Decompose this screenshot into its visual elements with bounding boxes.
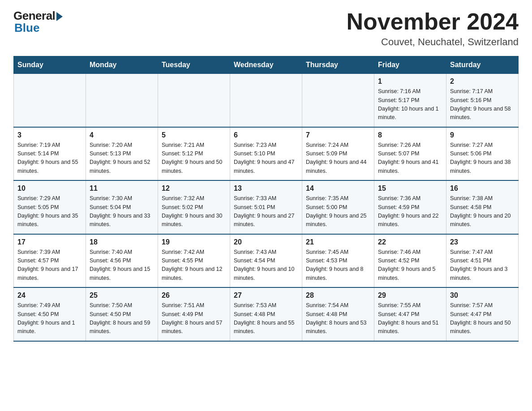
calendar-cell: 30Sunrise: 7:57 AMSunset: 4:47 PMDayligh… (446, 287, 519, 341)
logo-blue-text: Blue (14, 21, 39, 35)
calendar-cell: 12Sunrise: 7:32 AMSunset: 5:02 PMDayligh… (158, 180, 230, 234)
day-number: 28 (306, 291, 370, 300)
day-info: Sunrise: 7:50 AMSunset: 4:50 PMDaylight:… (90, 301, 154, 336)
title-block: November 2024 Couvet, Neuchatel, Switzer… (347, 9, 519, 48)
day-number: 9 (450, 131, 515, 139)
day-info: Sunrise: 7:45 AMSunset: 4:53 PMDaylight:… (306, 248, 370, 283)
calendar-cell: 13Sunrise: 7:33 AMSunset: 5:01 PMDayligh… (230, 180, 302, 234)
calendar-week-row: 17Sunrise: 7:39 AMSunset: 4:57 PMDayligh… (14, 234, 519, 288)
calendar-cell: 8Sunrise: 7:26 AMSunset: 5:07 PMDaylight… (374, 127, 446, 181)
day-info: Sunrise: 7:57 AMSunset: 4:47 PMDaylight:… (450, 301, 515, 336)
calendar-week-row: 1Sunrise: 7:16 AMSunset: 5:17 PMDaylight… (14, 74, 519, 127)
day-header-thursday: Thursday (302, 56, 374, 74)
calendar-cell: 10Sunrise: 7:29 AMSunset: 5:05 PMDayligh… (14, 180, 86, 234)
day-number: 5 (162, 131, 226, 139)
day-number: 17 (17, 238, 82, 246)
day-info: Sunrise: 7:24 AMSunset: 5:09 PMDaylight:… (306, 141, 370, 176)
calendar-cell: 26Sunrise: 7:51 AMSunset: 4:49 PMDayligh… (158, 287, 230, 341)
day-info: Sunrise: 7:55 AMSunset: 4:47 PMDaylight:… (378, 301, 442, 336)
calendar-cell: 24Sunrise: 7:49 AMSunset: 4:50 PMDayligh… (14, 287, 86, 341)
day-info: Sunrise: 7:39 AMSunset: 4:57 PMDaylight:… (17, 248, 82, 283)
day-number: 2 (450, 77, 515, 86)
calendar-cell: 25Sunrise: 7:50 AMSunset: 4:50 PMDayligh… (86, 287, 158, 341)
day-number: 15 (378, 184, 442, 193)
day-number: 8 (378, 131, 442, 139)
calendar-cell: 15Sunrise: 7:36 AMSunset: 4:59 PMDayligh… (374, 180, 446, 234)
day-info: Sunrise: 7:42 AMSunset: 4:55 PMDaylight:… (162, 248, 226, 283)
day-number: 25 (90, 291, 154, 300)
day-number: 6 (234, 131, 298, 139)
calendar-cell: 6Sunrise: 7:23 AMSunset: 5:10 PMDaylight… (230, 127, 302, 181)
day-number: 21 (306, 238, 370, 246)
calendar-cell (230, 74, 302, 127)
day-number: 20 (234, 238, 298, 246)
logo: General Blue (13, 9, 63, 35)
day-info: Sunrise: 7:43 AMSunset: 4:54 PMDaylight:… (234, 248, 298, 283)
day-info: Sunrise: 7:54 AMSunset: 4:48 PMDaylight:… (306, 301, 370, 336)
day-info: Sunrise: 7:51 AMSunset: 4:49 PMDaylight:… (162, 301, 226, 336)
day-info: Sunrise: 7:27 AMSunset: 5:06 PMDaylight:… (450, 141, 515, 176)
calendar-cell: 5Sunrise: 7:21 AMSunset: 5:12 PMDaylight… (158, 127, 230, 181)
calendar-week-row: 24Sunrise: 7:49 AMSunset: 4:50 PMDayligh… (14, 287, 519, 341)
day-info: Sunrise: 7:21 AMSunset: 5:12 PMDaylight:… (162, 141, 226, 176)
day-number: 11 (90, 184, 154, 193)
day-number: 22 (378, 238, 442, 246)
day-info: Sunrise: 7:49 AMSunset: 4:50 PMDaylight:… (17, 301, 82, 336)
calendar-cell: 14Sunrise: 7:35 AMSunset: 5:00 PMDayligh… (302, 180, 374, 234)
day-info: Sunrise: 7:23 AMSunset: 5:10 PMDaylight:… (234, 141, 298, 176)
day-number: 12 (162, 184, 226, 193)
day-number: 24 (17, 291, 82, 300)
day-header-sunday: Sunday (14, 56, 86, 74)
calendar-table: SundayMondayTuesdayWednesdayThursdayFrid… (13, 56, 519, 342)
day-number: 23 (450, 238, 515, 246)
day-number: 4 (90, 131, 154, 139)
day-number: 14 (306, 184, 370, 193)
day-header-wednesday: Wednesday (230, 56, 302, 74)
calendar-cell: 18Sunrise: 7:40 AMSunset: 4:56 PMDayligh… (86, 234, 158, 288)
calendar-cell (86, 74, 158, 127)
day-number: 16 (450, 184, 515, 193)
calendar-cell: 2Sunrise: 7:17 AMSunset: 5:16 PMDaylight… (446, 74, 519, 127)
calendar-week-row: 10Sunrise: 7:29 AMSunset: 5:05 PMDayligh… (14, 180, 519, 234)
day-info: Sunrise: 7:17 AMSunset: 5:16 PMDaylight:… (450, 87, 515, 122)
day-number: 7 (306, 131, 370, 139)
day-header-saturday: Saturday (446, 56, 519, 74)
day-info: Sunrise: 7:40 AMSunset: 4:56 PMDaylight:… (90, 248, 154, 283)
day-info: Sunrise: 7:33 AMSunset: 5:01 PMDaylight:… (234, 194, 298, 229)
calendar-cell: 9Sunrise: 7:27 AMSunset: 5:06 PMDaylight… (446, 127, 519, 181)
location-subtitle: Couvet, Neuchatel, Switzerland (347, 36, 519, 48)
calendar-cell: 1Sunrise: 7:16 AMSunset: 5:17 PMDaylight… (374, 74, 446, 127)
calendar-cell: 4Sunrise: 7:20 AMSunset: 5:13 PMDaylight… (86, 127, 158, 181)
day-info: Sunrise: 7:36 AMSunset: 4:59 PMDaylight:… (378, 194, 442, 229)
day-info: Sunrise: 7:30 AMSunset: 5:04 PMDaylight:… (90, 194, 154, 229)
day-info: Sunrise: 7:16 AMSunset: 5:17 PMDaylight:… (378, 87, 442, 122)
day-info: Sunrise: 7:47 AMSunset: 4:51 PMDaylight:… (450, 248, 515, 283)
day-number: 27 (234, 291, 298, 300)
day-number: 18 (90, 238, 154, 246)
calendar-cell: 22Sunrise: 7:46 AMSunset: 4:52 PMDayligh… (374, 234, 446, 288)
calendar-week-row: 3Sunrise: 7:19 AMSunset: 5:14 PMDaylight… (14, 127, 519, 181)
day-number: 26 (162, 291, 226, 300)
logo-arrow-icon (56, 12, 63, 21)
calendar-cell: 29Sunrise: 7:55 AMSunset: 4:47 PMDayligh… (374, 287, 446, 341)
day-info: Sunrise: 7:20 AMSunset: 5:13 PMDaylight:… (90, 141, 154, 176)
calendar-header-row: SundayMondayTuesdayWednesdayThursdayFrid… (14, 56, 519, 74)
calendar-cell: 7Sunrise: 7:24 AMSunset: 5:09 PMDaylight… (302, 127, 374, 181)
day-info: Sunrise: 7:26 AMSunset: 5:07 PMDaylight:… (378, 141, 442, 176)
day-info: Sunrise: 7:53 AMSunset: 4:48 PMDaylight:… (234, 301, 298, 336)
day-number: 1 (378, 77, 442, 86)
day-number: 13 (234, 184, 298, 193)
day-info: Sunrise: 7:46 AMSunset: 4:52 PMDaylight:… (378, 248, 442, 283)
day-info: Sunrise: 7:38 AMSunset: 4:58 PMDaylight:… (450, 194, 515, 229)
calendar-body: 1Sunrise: 7:16 AMSunset: 5:17 PMDaylight… (14, 74, 519, 341)
calendar-cell (302, 74, 374, 127)
calendar-cell: 20Sunrise: 7:43 AMSunset: 4:54 PMDayligh… (230, 234, 302, 288)
day-info: Sunrise: 7:35 AMSunset: 5:00 PMDaylight:… (306, 194, 370, 229)
calendar-cell: 3Sunrise: 7:19 AMSunset: 5:14 PMDaylight… (14, 127, 86, 181)
day-number: 10 (17, 184, 82, 193)
calendar-cell: 21Sunrise: 7:45 AMSunset: 4:53 PMDayligh… (302, 234, 374, 288)
day-number: 30 (450, 291, 515, 300)
day-number: 29 (378, 291, 442, 300)
calendar-cell: 11Sunrise: 7:30 AMSunset: 5:04 PMDayligh… (86, 180, 158, 234)
day-number: 3 (17, 131, 82, 139)
